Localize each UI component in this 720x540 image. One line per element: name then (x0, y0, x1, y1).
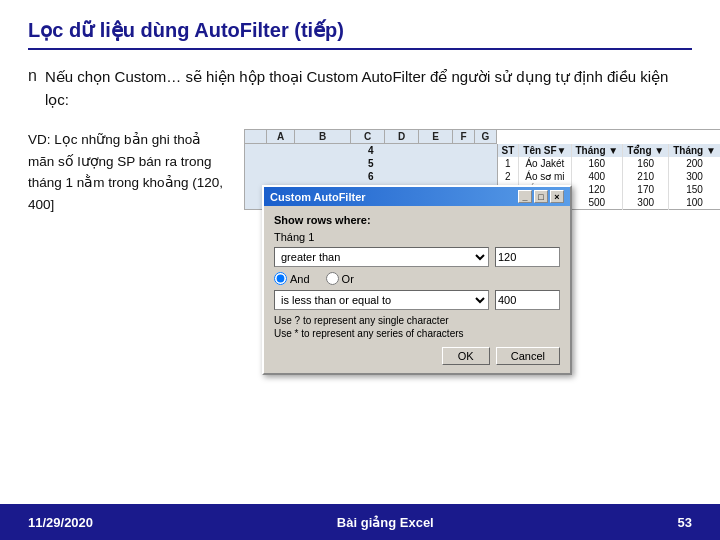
dialog-close-button[interactable]: × (550, 190, 564, 203)
show-rows-label: Show rows where: (274, 214, 560, 226)
table-cell: 300 (623, 196, 669, 210)
cancel-button[interactable]: Cancel (496, 347, 560, 365)
title-bar: Lọc dữ liệu dùng AutoFilter (tiếp) (28, 18, 692, 50)
dialog-minimize-button[interactable]: _ (518, 190, 532, 203)
condition2-value-input[interactable] (495, 290, 560, 310)
table-cell: 160 (571, 157, 623, 170)
condition1-row: greater than (274, 247, 560, 267)
col-header-e: E (419, 130, 453, 143)
table-cell: 100 (669, 196, 720, 210)
col-header-d: D (385, 130, 419, 143)
col-header-c: C (351, 130, 385, 143)
table-cell: Tháng ▼ (571, 144, 623, 157)
field-label: Tháng 1 (274, 231, 560, 243)
table-row: 4STTên SF▼Tháng ▼Tổng ▼Tháng ▼ (245, 144, 721, 157)
left-description: VD: Lọc những bản ghi thoả mãn số lượng … (28, 129, 228, 540)
table-cell: Áo sơ mi (519, 170, 571, 183)
table-cell: 2 (497, 170, 519, 183)
table-cell: 400 (571, 170, 623, 183)
dialog-maximize-button[interactable]: □ (534, 190, 548, 203)
table-cell: 120 (571, 183, 623, 196)
dialog-title-controls: _ □ × (518, 190, 564, 203)
footer-bar: 11/29/2020 Bài giảng Excel 53 (0, 504, 720, 540)
table-cell: 300 (669, 170, 720, 183)
condition1-operator-select[interactable]: greater than (274, 247, 489, 267)
radio-and[interactable] (274, 272, 287, 285)
table-cell: 200 (669, 157, 720, 170)
col-header-f: F (453, 130, 475, 143)
condition2-row: is less than or equal to (274, 290, 560, 310)
hint1: Use ? to represent any single character (274, 315, 560, 326)
radio-or-label: Or (326, 272, 354, 285)
dialog-title-bar: Custom AutoFilter _ □ × (264, 187, 570, 206)
radio-or[interactable] (326, 272, 339, 285)
table-cell: 160 (623, 157, 669, 170)
table-cell: Tổng ▼ (623, 144, 669, 157)
bullet-text: Nếu chọn Custom… sẽ hiện hộp thoại Custo… (45, 66, 692, 111)
bullet-marker: n (28, 67, 37, 85)
col-header-rownum (245, 130, 267, 143)
radio-row: And Or (274, 272, 560, 285)
dialog-title-text: Custom AutoFilter (270, 191, 366, 203)
condition2-operator-select[interactable]: is less than or equal to (274, 290, 489, 310)
page: Lọc dữ liệu dùng AutoFilter (tiếp) n Nếu… (0, 0, 720, 540)
radio-and-text: And (290, 273, 310, 285)
table-cell: Áo Jakét (519, 157, 571, 170)
dialog-footer: OK Cancel (274, 347, 560, 365)
table-cell: 170 (623, 183, 669, 196)
radio-and-label: And (274, 272, 310, 285)
footer-title: Bài giảng Excel (337, 515, 434, 530)
table-cell: Tên SF▼ (519, 144, 571, 157)
table-cell: 4 (245, 144, 498, 157)
col-header-a: A (267, 130, 295, 143)
col-header-g: G (475, 130, 497, 143)
spreadsheet-area: A B C D E F G 4STTên SF▼Tháng ▼Tổng ▼Thá… (244, 129, 720, 540)
table-cell: 150 (669, 183, 720, 196)
table-cell: Tháng ▼ (669, 144, 720, 157)
page-title: Lọc dữ liệu dùng AutoFilter (tiếp) (28, 19, 344, 41)
bullet-section: n Nếu chọn Custom… sẽ hiện hộp thoại Cus… (28, 66, 692, 111)
hint2: Use * to represent any series of charact… (274, 328, 560, 339)
table-cell: 5 (245, 157, 498, 170)
table-cell: 210 (623, 170, 669, 183)
table-cell: 1 (497, 157, 519, 170)
footer-date: 11/29/2020 (28, 515, 93, 530)
spreadsheet-header-row: A B C D E F G (245, 130, 497, 144)
table-cell: 500 (571, 196, 623, 210)
col-header-b: B (295, 130, 351, 143)
custom-autofilter-dialog: Custom AutoFilter _ □ × Show rows where:… (262, 185, 572, 375)
dialog-body: Show rows where: Tháng 1 greater than An… (264, 206, 570, 373)
table-row: 62Áo sơ mi400210300 (245, 170, 721, 183)
footer-page: 53 (678, 515, 692, 530)
radio-or-text: Or (342, 273, 354, 285)
table-cell: ST (497, 144, 519, 157)
condition1-value-input[interactable] (495, 247, 560, 267)
table-cell: 6 (245, 170, 498, 183)
ok-button[interactable]: OK (442, 347, 490, 365)
main-content: VD: Lọc những bản ghi thoả mãn số lượng … (28, 129, 692, 540)
table-row: 51Áo Jakét160160200 (245, 157, 721, 170)
